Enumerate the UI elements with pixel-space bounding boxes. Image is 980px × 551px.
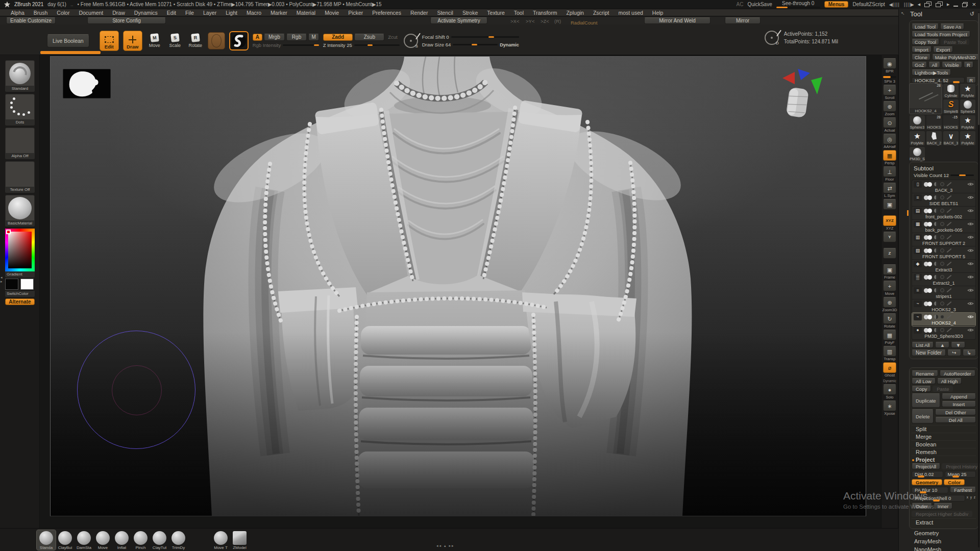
- load-tool-button[interactable]: Load Tool: [912, 23, 939, 30]
- shelf-button[interactable]: ∗ Xpose: [882, 400, 897, 416]
- shelf-button[interactable]: ◉ BPR: [882, 58, 897, 73]
- active-tool-thumbnail[interactable]: 28 HOOKS2_4: [909, 83, 942, 114]
- subtool-down-button[interactable]: [951, 342, 965, 348]
- subtool-header[interactable]: Subtool: [912, 165, 976, 172]
- tray-scrub-left-icon[interactable]: [889, 2, 899, 7]
- eye-icon[interactable]: [967, 209, 974, 213]
- sym-z-toggle[interactable]: >Z<: [541, 18, 549, 24]
- subtool-row[interactable]: ● PM3D_Sphere3D3: [912, 326, 975, 339]
- project-section-header[interactable]: Project: [912, 456, 976, 463]
- zcut-button[interactable]: Zcut: [386, 34, 399, 40]
- close-icon[interactable]: ×: [972, 2, 976, 7]
- menus-button[interactable]: Menus: [824, 1, 849, 8]
- polypaint-toggle-icon[interactable]: [924, 235, 932, 240]
- menu-item[interactable]: Zplugin: [561, 10, 588, 16]
- brush-shortcut[interactable]: DamSta: [75, 530, 93, 550]
- tool-thumbnail[interactable]: SimpleB: [943, 99, 959, 114]
- subtool-row[interactable]: ▦ back_pockets-005: [912, 220, 975, 233]
- autoreorder-button[interactable]: AutoReorder: [940, 370, 975, 377]
- eye-icon[interactable]: [967, 262, 974, 266]
- stroke-curve-icon[interactable]: S: [404, 34, 418, 48]
- shelf-button[interactable]: ▦ PolyF: [882, 330, 897, 345]
- menu-item[interactable]: Brush: [29, 10, 52, 16]
- gradient-label[interactable]: Gradient: [5, 271, 35, 278]
- shelf-button[interactable]: ⇄ L.Sym: [882, 183, 897, 198]
- difference-icon[interactable]: [934, 248, 938, 253]
- project-history-button[interactable]: Project History: [942, 463, 980, 469]
- tray-swatch[interactable]: Texture Off: [5, 161, 35, 193]
- shelf-button[interactable]: + Scroll: [882, 85, 897, 100]
- tray-swatch[interactable]: Dots: [5, 94, 35, 126]
- section-header[interactable]: Remesh: [912, 448, 976, 456]
- mirror-button[interactable]: Mirror: [725, 17, 761, 24]
- subtool-row[interactable]: ◆ Extract3: [912, 260, 975, 273]
- document-area[interactable]: [50, 56, 866, 516]
- brush-toggle-icon[interactable]: [947, 275, 952, 280]
- difference-icon[interactable]: [934, 262, 938, 266]
- shelf-button[interactable]: Y: [882, 232, 897, 247]
- main-color-swatch[interactable]: [5, 279, 18, 290]
- quicksave-button[interactable]: QuickSave: [747, 2, 772, 7]
- edit-button[interactable]: Edit: [100, 31, 119, 51]
- see-through-slider[interactable]: See-through 0: [776, 1, 820, 8]
- paste-tool-button[interactable]: Paste Tool: [941, 39, 969, 45]
- brush-shortcut[interactable]: Move T: [211, 530, 230, 550]
- subtool-row[interactable]: ~ HOOKS2_3: [912, 299, 975, 313]
- next-doc-icon[interactable]: [947, 3, 949, 7]
- scale-button[interactable]: S Scale: [167, 34, 183, 48]
- intersect-icon[interactable]: [940, 262, 944, 266]
- zadd-button[interactable]: Zadd: [323, 34, 353, 41]
- prev-doc-icon[interactable]: [918, 3, 920, 7]
- make-polymesh3d-button[interactable]: Make PolyMesh3D: [932, 54, 979, 60]
- rotate-button[interactable]: R Rotate: [187, 34, 204, 48]
- load-tools-from-project-button[interactable]: Load Tools From Project: [912, 31, 970, 37]
- palette-header[interactable]: NanoMesh: [910, 545, 976, 551]
- shelf-button[interactable]: ⊥ Floor: [882, 166, 897, 182]
- tray-swatch[interactable]: BasicMaterial: [5, 195, 35, 227]
- default-zscript-button[interactable]: DefaultZScript: [852, 2, 885, 7]
- polypaint-toggle-icon[interactable]: [924, 222, 932, 227]
- rgb-intensity-slider[interactable]: Rgb Intensity: [253, 42, 319, 48]
- lightbox-divider-bar[interactable]: [40, 51, 101, 54]
- eye-icon[interactable]: [967, 195, 974, 199]
- shelf-button[interactable]: ⊕ Zoom3D: [882, 297, 897, 312]
- subtool-up-button[interactable]: [935, 342, 949, 348]
- save-as-button[interactable]: Save As: [940, 23, 964, 30]
- brush-toggle-icon[interactable]: [947, 248, 952, 253]
- m-button[interactable]: M: [308, 34, 318, 41]
- brush-shortcut[interactable]: Inflat: [112, 530, 131, 550]
- panel-scrollbar[interactable]: [978, 12, 979, 547]
- eye-icon[interactable]: [967, 288, 974, 292]
- polypaint-toggle-icon[interactable]: [924, 248, 932, 253]
- new-folder-button[interactable]: New Folder: [912, 349, 946, 356]
- tool-thumbnail[interactable]: PolyMe: [960, 131, 976, 146]
- subtool-row[interactable]: ▥ FRONT SUPPORT 2: [912, 233, 975, 246]
- palette-header[interactable]: Geometry: [910, 529, 976, 537]
- intersect-icon[interactable]: [940, 275, 944, 279]
- tray-swatch[interactable]: Standard: [5, 60, 35, 92]
- intersect-icon[interactable]: [940, 235, 944, 239]
- color-picker[interactable]: [5, 229, 35, 271]
- difference-icon[interactable]: [934, 328, 938, 332]
- difference-icon[interactable]: [934, 235, 938, 239]
- mrgb-button[interactable]: Mrgb: [264, 34, 285, 41]
- shelf-slider[interactable]: [883, 76, 896, 78]
- menu-item[interactable]: Movie: [320, 10, 344, 16]
- projection-shell-slider[interactable]: ProjectionShell 0: [912, 495, 965, 502]
- polypaint-toggle-icon[interactable]: [924, 288, 932, 293]
- export-button[interactable]: Export: [933, 46, 953, 53]
- enable-customize-button[interactable]: Enable Customize: [6, 17, 56, 24]
- tool-thumbnail[interactable]: PolyMe: [909, 131, 925, 146]
- all-button[interactable]: All: [928, 62, 940, 68]
- intersect-icon[interactable]: [940, 328, 944, 332]
- polypaint-toggle-icon[interactable]: [924, 209, 932, 213]
- brush-toggle-icon[interactable]: [947, 288, 952, 293]
- brush-alpha-preview[interactable]: [208, 32, 225, 49]
- brush-toggle-icon[interactable]: [947, 262, 952, 266]
- farthest-button[interactable]: Farthest: [950, 487, 976, 493]
- list-all-button[interactable]: List All: [912, 342, 934, 348]
- menu-item[interactable]: Light: [221, 10, 242, 16]
- tool-thumbnail[interactable]: Sphere3: [960, 99, 976, 114]
- tray-scrub-right-icon[interactable]: [903, 2, 914, 7]
- subtool-row[interactable]: ▧ FRONT SUPPORT 5: [912, 246, 975, 260]
